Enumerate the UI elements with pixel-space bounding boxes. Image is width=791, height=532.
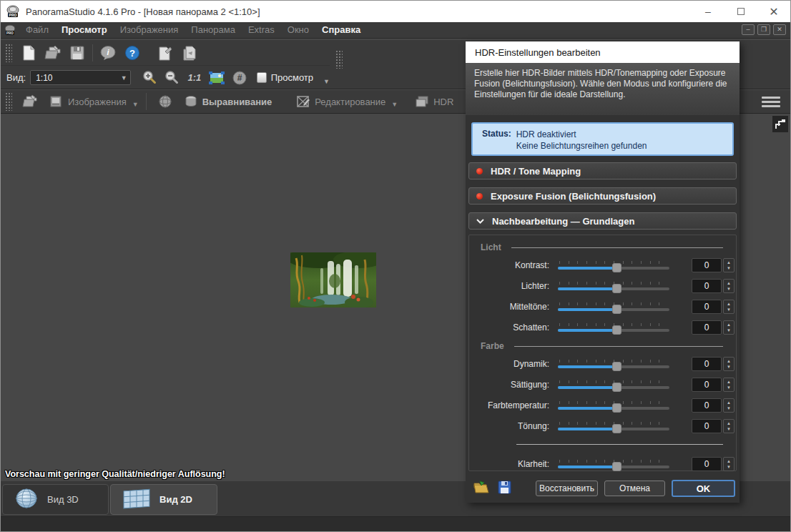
open-project-icon[interactable] bbox=[41, 43, 65, 63]
slider-track[interactable] bbox=[558, 428, 669, 430]
slider-mitteltoene[interactable] bbox=[558, 302, 669, 311]
spinner-down-icon[interactable]: ▼ bbox=[727, 385, 731, 390]
mdi-close-button[interactable]: ✕ bbox=[773, 24, 786, 35]
spinner-up-icon[interactable]: ▲ bbox=[727, 260, 731, 265]
save-project-icon[interactable] bbox=[65, 43, 89, 63]
spinner-up-icon[interactable]: ▲ bbox=[727, 400, 731, 405]
spinner-up-icon[interactable]: ▲ bbox=[727, 420, 731, 426]
slider-klarheit[interactable] bbox=[558, 460, 669, 468]
slider-thumb-farbtemperatur[interactable] bbox=[612, 403, 622, 413]
tab-images[interactable]: Изображения bbox=[44, 90, 132, 113]
value-box-schatten[interactable]: 0 bbox=[692, 320, 722, 335]
collapse-panel-icon[interactable] bbox=[772, 116, 788, 132]
zoom-one-to-one-icon[interactable]: 1:1 bbox=[183, 68, 206, 88]
mdi-minimize-button[interactable]: – bbox=[742, 24, 755, 35]
restore-button[interactable]: Восстановить bbox=[536, 481, 598, 496]
fit-image-icon[interactable] bbox=[206, 68, 229, 88]
spinner-saettigung[interactable]: ▲▼ bbox=[723, 378, 734, 392]
spinner-up-icon[interactable]: ▲ bbox=[727, 358, 731, 364]
slider-track[interactable] bbox=[558, 308, 669, 311]
slider-track[interactable] bbox=[558, 466, 669, 468]
cancel-button[interactable]: Отмена bbox=[604, 481, 665, 496]
spinner-down-icon[interactable]: ▼ bbox=[727, 405, 731, 411]
menu-item-images[interactable]: Изображения bbox=[114, 22, 185, 38]
spinner-up-icon[interactable]: ▲ bbox=[727, 301, 731, 307]
tabbar-grip[interactable] bbox=[5, 92, 12, 111]
value-box-farbtemperatur[interactable]: 0 bbox=[692, 398, 722, 413]
section-exposure-fusion[interactable]: Exposure Fusion (Belichtungsfusion) bbox=[468, 187, 737, 205]
slider-thumb-dynamik[interactable] bbox=[612, 362, 622, 371]
slider-dynamik[interactable] bbox=[558, 360, 669, 368]
save-settings-icon[interactable] bbox=[498, 481, 511, 497]
grid-toggle-icon[interactable]: # bbox=[228, 68, 251, 88]
spinner-down-icon[interactable]: ▼ bbox=[727, 286, 731, 292]
value-box-lichter[interactable]: 0 bbox=[692, 279, 722, 293]
toolbar-grip[interactable] bbox=[5, 44, 12, 62]
slider-schatten[interactable] bbox=[558, 323, 669, 332]
load-settings-icon[interactable] bbox=[473, 481, 489, 497]
value-box-klarheit[interactable]: 0 bbox=[692, 457, 722, 471]
tab-editing[interactable]: Редактирование bbox=[290, 90, 391, 113]
slider-track[interactable] bbox=[558, 329, 669, 332]
minimize-button[interactable]: – bbox=[692, 1, 724, 22]
value-box-toenung[interactable]: 0 bbox=[692, 419, 722, 433]
add-images-button[interactable] bbox=[16, 90, 44, 113]
zoom-level-combobox[interactable]: 1:10 ▼ bbox=[30, 70, 131, 85]
slider-track[interactable] bbox=[558, 407, 669, 410]
spinner-lichter[interactable]: ▲▼ bbox=[723, 279, 734, 293]
spinner-farbtemperatur[interactable]: ▲▼ bbox=[723, 398, 734, 413]
zoom-out-icon[interactable] bbox=[161, 68, 184, 88]
panel-menu-icon[interactable] bbox=[762, 97, 780, 109]
slider-thumb-saettigung[interactable] bbox=[612, 383, 622, 392]
maximize-button[interactable] bbox=[724, 1, 757, 22]
view-3d-button[interactable]: Вид 3D bbox=[2, 484, 109, 515]
menu-item-window[interactable]: Окно bbox=[281, 22, 315, 38]
close-button[interactable]: ✕ bbox=[757, 1, 790, 22]
panorama-preview-image[interactable] bbox=[290, 252, 376, 307]
slider-thumb-kontrast[interactable] bbox=[612, 263, 622, 272]
menu-item-extras[interactable]: Extras bbox=[242, 22, 281, 38]
spinner-dynamik[interactable]: ▲▼ bbox=[723, 357, 734, 371]
view-2d-button[interactable]: Вид 2D bbox=[110, 484, 217, 515]
value-box-mitteltoene[interactable]: 0 bbox=[692, 300, 722, 314]
value-box-kontrast[interactable]: 0 bbox=[692, 258, 722, 272]
spinner-down-icon[interactable]: ▼ bbox=[727, 327, 731, 333]
slider-lichter[interactable] bbox=[558, 282, 669, 290]
info-icon[interactable]: i bbox=[96, 43, 120, 63]
slider-track[interactable] bbox=[558, 287, 669, 290]
section-post-processing[interactable]: Nachbearbeitung — Grundlagen bbox=[468, 212, 737, 230]
tab-alignment[interactable]: Выравнивание bbox=[178, 90, 278, 113]
spinner-down-icon[interactable]: ▼ bbox=[727, 426, 731, 432]
spinner-klarheit[interactable]: ▲▼ bbox=[723, 457, 734, 471]
value-box-saettigung[interactable]: 0 bbox=[692, 378, 722, 392]
mdi-restore-button[interactable]: ❐ bbox=[757, 24, 770, 35]
slider-track[interactable] bbox=[558, 365, 669, 368]
ok-button[interactable]: OK bbox=[672, 480, 735, 497]
slider-thumb-klarheit[interactable] bbox=[612, 462, 622, 471]
spinner-mitteltoene[interactable]: ▲▼ bbox=[723, 300, 734, 314]
tab-images-dropdown-icon[interactable]: ▼ bbox=[132, 101, 139, 108]
menu-item-file[interactable]: Файл bbox=[19, 22, 55, 38]
slider-thumb-toenung[interactable] bbox=[612, 424, 622, 433]
spinner-down-icon[interactable]: ▼ bbox=[727, 464, 731, 470]
spinner-up-icon[interactable]: ▲ bbox=[727, 458, 731, 464]
preview-checkbox[interactable] bbox=[257, 72, 267, 83]
spinner-up-icon[interactable]: ▲ bbox=[727, 379, 731, 385]
zoom-in-icon[interactable] bbox=[138, 68, 161, 88]
value-box-dynamik[interactable]: 0 bbox=[692, 357, 722, 371]
menu-item-panorama[interactable]: Панорама bbox=[185, 22, 242, 38]
slider-track[interactable] bbox=[558, 267, 669, 270]
help-icon[interactable]: ? bbox=[120, 43, 144, 63]
slider-thumb-mitteltoene[interactable] bbox=[612, 305, 622, 314]
export-copy-icon[interactable] bbox=[177, 43, 202, 63]
slider-farbtemperatur[interactable] bbox=[558, 401, 669, 410]
toolbar-grip-right[interactable] bbox=[335, 50, 343, 69]
menu-item-view[interactable]: Просмотр bbox=[55, 22, 114, 38]
spinner-schatten[interactable]: ▲▼ bbox=[723, 320, 734, 335]
spinner-up-icon[interactable]: ▲ bbox=[727, 322, 731, 327]
section-hdr-tone-mapping[interactable]: HDR / Tone Mapping bbox=[468, 162, 737, 179]
toolbar-overflow-arrow-icon[interactable]: ▼ bbox=[323, 78, 330, 85]
spinner-down-icon[interactable]: ▼ bbox=[727, 265, 731, 271]
spinner-toenung[interactable]: ▲▼ bbox=[723, 419, 734, 433]
slider-toenung[interactable] bbox=[558, 422, 669, 430]
